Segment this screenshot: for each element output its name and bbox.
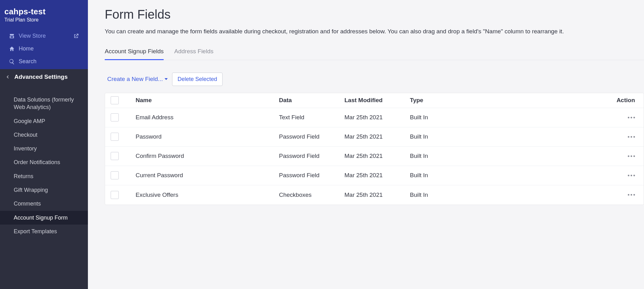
sidebar-item-label: View Store xyxy=(19,33,46,39)
sidebar-sublist: Data Solutions (formerly Web Analytics)G… xyxy=(0,85,88,238)
page-title: Form Fields xyxy=(105,7,644,21)
storefront-icon xyxy=(9,33,15,39)
store-title: cahps-test xyxy=(4,7,84,17)
row-checkbox[interactable] xyxy=(111,191,119,199)
cell-modified: Mar 25th 2021 xyxy=(344,172,410,179)
row-checkbox[interactable] xyxy=(111,152,119,160)
cell-modified: Mar 25th 2021 xyxy=(344,192,410,198)
sidebar-item-label: Home xyxy=(19,45,34,52)
cell-type: Built In xyxy=(410,192,475,198)
delete-selected-button[interactable]: Delete Selected xyxy=(172,73,222,86)
sidebar-subitem[interactable]: Inventory xyxy=(0,142,88,155)
create-new-field-label: Create a New Field... xyxy=(107,76,163,83)
table-row: Current PasswordPassword FieldMar 25th 2… xyxy=(105,166,644,185)
cell-name: Current Password xyxy=(136,172,279,179)
external-link-icon xyxy=(73,33,79,39)
cell-type: Built In xyxy=(410,133,475,140)
sidebar-subitem[interactable]: Order Notifications xyxy=(0,155,88,169)
cell-data: Text Field xyxy=(279,114,344,121)
row-checkbox[interactable] xyxy=(111,171,119,179)
sidebar-item-search[interactable]: Search xyxy=(4,55,84,69)
row-checkbox[interactable] xyxy=(111,133,119,141)
form-fields-table: Name Data Last Modified Type Action Emai… xyxy=(105,93,644,205)
sidebar-section-label: Advanced Settings xyxy=(14,73,68,80)
table-row: PasswordPassword FieldMar 25th 2021Built… xyxy=(105,127,644,147)
store-subtitle: Trial Plan Store xyxy=(4,17,84,23)
sidebar-item-home[interactable]: Home xyxy=(4,42,84,55)
tab[interactable]: Address Fields xyxy=(174,44,214,60)
create-new-field-button[interactable]: Create a New Field... xyxy=(107,76,168,83)
sidebar-item-label: Search xyxy=(19,58,36,65)
column-action: Action xyxy=(475,97,638,104)
sidebar-subitem[interactable]: Google AMP xyxy=(0,114,88,128)
column-type: Type xyxy=(410,97,475,104)
sidebar-subitem[interactable]: Account Signup Form xyxy=(0,211,88,225)
cell-modified: Mar 25th 2021 xyxy=(344,153,410,159)
cell-type: Built In xyxy=(410,114,475,121)
cell-modified: Mar 25th 2021 xyxy=(344,133,410,140)
column-modified: Last Modified xyxy=(344,97,410,104)
cell-type: Built In xyxy=(410,153,475,159)
cell-type: Built In xyxy=(410,172,475,179)
table-row: Email AddressText FieldMar 25th 2021Buil… xyxy=(105,108,644,127)
table-row: Confirm PasswordPassword FieldMar 25th 2… xyxy=(105,147,644,166)
column-name: Name xyxy=(136,97,279,104)
table-row: Exclusive OffersCheckboxesMar 25th 2021B… xyxy=(105,185,644,205)
row-actions-button[interactable] xyxy=(628,155,635,157)
sidebar-subitem[interactable]: Checkout xyxy=(0,128,88,142)
cell-name: Email Address xyxy=(136,114,279,121)
sidebar-section-advanced-settings[interactable]: Advanced Settings xyxy=(0,69,88,85)
chevron-left-icon xyxy=(4,74,11,80)
page-description: You can create and manage the form field… xyxy=(105,27,628,36)
row-checkbox[interactable] xyxy=(111,113,119,121)
cell-data: Password Field xyxy=(279,172,344,179)
toolbar: Create a New Field... Delete Selected xyxy=(105,73,644,86)
cell-modified: Mar 25th 2021 xyxy=(344,114,410,121)
sidebar-subitem[interactable]: Data Solutions (formerly Web Analytics) xyxy=(0,93,88,114)
main-content: Form Fields You can create and manage th… xyxy=(88,0,644,289)
select-all-checkbox[interactable] xyxy=(111,96,119,104)
cell-name: Confirm Password xyxy=(136,153,279,159)
search-icon xyxy=(9,59,15,65)
cell-data: Password Field xyxy=(279,153,344,159)
sidebar-subitem[interactable]: Gift Wrapping xyxy=(0,183,88,197)
row-actions-button[interactable] xyxy=(628,136,635,138)
sidebar: cahps-test Trial Plan Store View Store H… xyxy=(0,0,88,289)
caret-down-icon xyxy=(165,78,168,80)
cell-data: Password Field xyxy=(279,133,344,140)
home-icon xyxy=(9,46,15,52)
cell-data: Checkboxes xyxy=(279,192,344,198)
sidebar-header: cahps-test Trial Plan Store View Store H… xyxy=(0,0,88,69)
sidebar-item-view-store[interactable]: View Store xyxy=(4,30,84,42)
sidebar-subitem[interactable]: Returns xyxy=(0,169,88,183)
cell-name: Password xyxy=(136,133,279,140)
column-data: Data xyxy=(279,97,344,104)
sidebar-subitem[interactable]: Comments xyxy=(0,197,88,211)
row-actions-button[interactable] xyxy=(628,175,635,176)
row-actions-button[interactable] xyxy=(628,194,635,196)
sidebar-subitem[interactable]: Export Templates xyxy=(0,225,88,238)
tabs: Account Signup FieldsAddress Fields xyxy=(105,44,644,60)
row-actions-button[interactable] xyxy=(628,117,635,118)
cell-name: Exclusive Offers xyxy=(136,192,279,198)
tab[interactable]: Account Signup Fields xyxy=(105,44,164,60)
table-header-row: Name Data Last Modified Type Action xyxy=(105,93,644,108)
